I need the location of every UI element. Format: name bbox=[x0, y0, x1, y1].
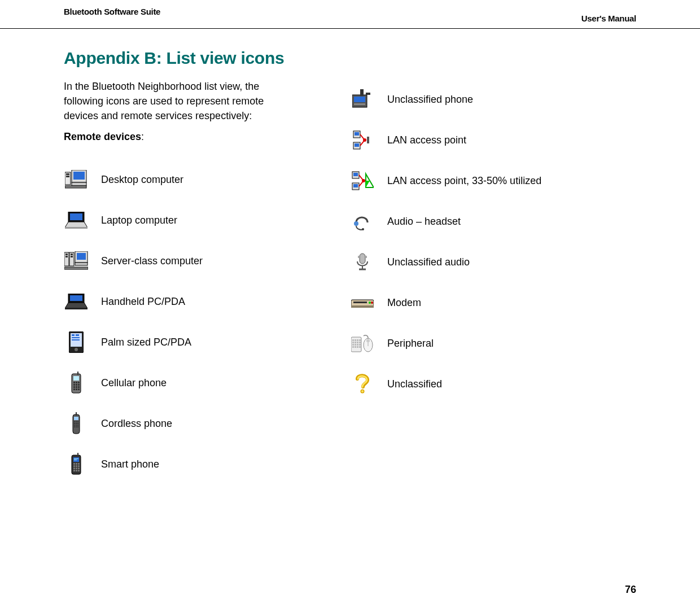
svg-rect-121 bbox=[355, 344, 356, 346]
svg-rect-16 bbox=[71, 256, 73, 257]
smart-phone-icon bbox=[64, 452, 89, 477]
svg-rect-69 bbox=[78, 463, 80, 465]
svg-rect-118 bbox=[357, 342, 358, 343]
svg-rect-87 bbox=[355, 143, 359, 147]
unclassified-icon bbox=[350, 372, 375, 396]
list-item: Modem bbox=[350, 282, 541, 323]
cellular-phone-icon bbox=[64, 370, 89, 395]
svg-rect-78 bbox=[78, 470, 80, 471]
svg-rect-38 bbox=[73, 384, 75, 386]
svg-rect-48 bbox=[76, 412, 77, 416]
svg-rect-91 bbox=[367, 137, 369, 143]
svg-point-90 bbox=[363, 138, 366, 142]
svg-rect-24 bbox=[65, 308, 88, 309]
svg-rect-13 bbox=[65, 254, 68, 255]
list-item-label: Smart phone bbox=[101, 458, 159, 470]
svg-rect-83 bbox=[354, 103, 365, 105]
svg-rect-60 bbox=[76, 426, 77, 427]
svg-rect-15 bbox=[65, 256, 68, 257]
svg-marker-9 bbox=[65, 222, 88, 228]
svg-rect-54 bbox=[76, 423, 77, 424]
svg-rect-34 bbox=[73, 376, 79, 381]
unclassified-phone-icon bbox=[350, 87, 375, 112]
svg-rect-113 bbox=[355, 339, 356, 341]
page-number: 76 bbox=[625, 584, 636, 596]
svg-rect-73 bbox=[73, 468, 75, 469]
svg-rect-41 bbox=[73, 386, 75, 388]
list-item: Desktop computer bbox=[64, 159, 203, 200]
remote-devices-heading: Remote devices: bbox=[64, 131, 144, 143]
svg-rect-119 bbox=[359, 342, 361, 343]
palm-pda-icon bbox=[64, 330, 89, 355]
svg-rect-65 bbox=[74, 458, 78, 459]
list-item-label: Peripheral bbox=[387, 338, 434, 350]
svg-rect-127 bbox=[359, 346, 361, 348]
left-column: Desktop computer Laptop computer bbox=[64, 159, 203, 484]
svg-rect-130 bbox=[366, 339, 370, 342]
svg-rect-40 bbox=[78, 384, 80, 386]
page: Bluetooth Software Suite User's Manual A… bbox=[0, 0, 700, 607]
svg-rect-58 bbox=[77, 425, 78, 426]
svg-rect-95 bbox=[353, 184, 358, 187]
list-item: Peripheral bbox=[350, 323, 541, 364]
list-item: Laptop computer bbox=[64, 200, 203, 241]
svg-rect-33 bbox=[77, 372, 78, 375]
server-computer-icon bbox=[64, 248, 89, 273]
list-item-label: Cordless phone bbox=[101, 418, 172, 430]
unclassified-audio-icon bbox=[350, 250, 375, 274]
svg-point-109 bbox=[369, 302, 371, 304]
svg-rect-61 bbox=[77, 426, 78, 427]
svg-rect-50 bbox=[74, 421, 75, 422]
svg-rect-82 bbox=[366, 93, 370, 95]
svg-rect-71 bbox=[76, 465, 77, 467]
svg-rect-49 bbox=[74, 417, 78, 420]
list-item: Unclassified bbox=[350, 364, 541, 404]
svg-rect-43 bbox=[78, 386, 80, 388]
svg-rect-44 bbox=[73, 388, 75, 390]
header-manual: User's Manual bbox=[581, 14, 636, 23]
svg-rect-116 bbox=[352, 342, 354, 343]
list-item-label: Desktop computer bbox=[101, 174, 183, 186]
list-item: Audio – headset bbox=[350, 201, 541, 242]
svg-rect-2 bbox=[66, 176, 69, 177]
header-product: Bluetooth Software Suite bbox=[64, 7, 160, 16]
list-item-label: Audio – headset bbox=[387, 216, 461, 228]
peripheral-icon bbox=[350, 331, 375, 356]
svg-rect-10 bbox=[65, 227, 88, 229]
header-rule bbox=[0, 28, 700, 29]
svg-rect-85 bbox=[355, 132, 359, 136]
right-column: Unclassified phone LAN access point bbox=[350, 79, 541, 404]
desktop-computer-icon bbox=[64, 167, 89, 192]
svg-rect-45 bbox=[76, 388, 77, 390]
list-item-label: Unclassified phone bbox=[387, 94, 473, 106]
list-item-label: Palm sized PC/PDA bbox=[101, 337, 191, 348]
svg-rect-77 bbox=[76, 470, 77, 471]
svg-rect-67 bbox=[73, 463, 75, 465]
svg-rect-30 bbox=[72, 339, 80, 340]
list-item-label: Unclassified bbox=[387, 378, 442, 390]
svg-rect-66 bbox=[74, 460, 77, 460]
svg-rect-112 bbox=[352, 339, 354, 341]
lan-access-point-utilized-icon bbox=[350, 168, 375, 193]
svg-rect-53 bbox=[74, 423, 75, 424]
list-item: LAN access point bbox=[350, 120, 541, 160]
svg-rect-56 bbox=[74, 425, 75, 426]
laptop-computer-icon bbox=[64, 208, 89, 233]
handheld-pc-icon bbox=[64, 289, 89, 314]
list-item-label: Laptop computer bbox=[101, 215, 177, 226]
page-header: Bluetooth Software Suite User's Manual bbox=[0, 0, 700, 32]
svg-rect-108 bbox=[353, 302, 367, 303]
svg-rect-27 bbox=[72, 334, 75, 336]
svg-rect-37 bbox=[78, 382, 80, 383]
list-item-label: LAN access point, 33-50% utilized bbox=[387, 175, 541, 187]
list-item-label: Unclassified audio bbox=[387, 256, 470, 268]
svg-rect-36 bbox=[76, 382, 77, 383]
modem-icon bbox=[350, 290, 375, 315]
intro-paragraph: In the Bluetooth Neighborhood list view,… bbox=[64, 79, 267, 123]
svg-rect-51 bbox=[76, 421, 77, 422]
svg-rect-39 bbox=[76, 384, 77, 386]
svg-marker-23 bbox=[65, 303, 88, 308]
svg-rect-59 bbox=[74, 426, 75, 427]
svg-rect-72 bbox=[78, 465, 80, 467]
svg-rect-126 bbox=[357, 346, 358, 348]
